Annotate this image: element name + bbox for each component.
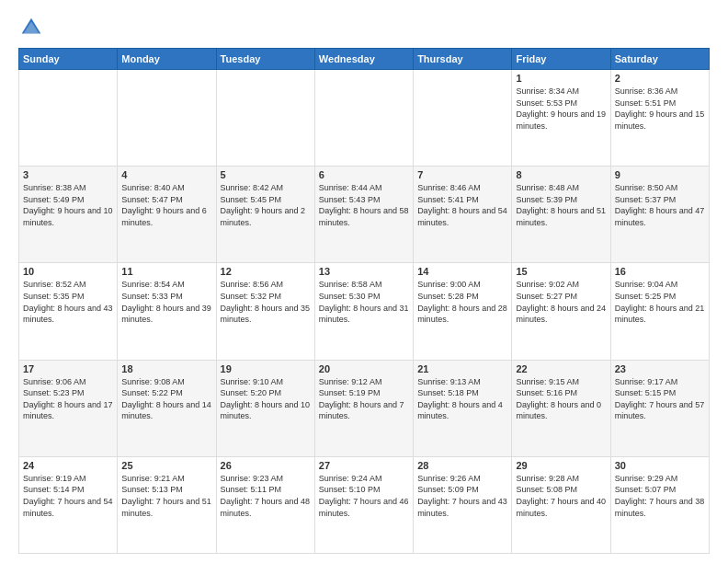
day-content: Sunrise: 8:58 AM Sunset: 5:30 PM Dayligh…: [319, 279, 409, 325]
week-row-2: 3Sunrise: 8:38 AM Sunset: 5:49 PM Daylig…: [19, 167, 710, 263]
day-cell: [19, 70, 118, 167]
day-cell: 17Sunrise: 9:06 AM Sunset: 5:23 PM Dayli…: [19, 360, 118, 456]
day-cell: 10Sunrise: 8:52 AM Sunset: 5:35 PM Dayli…: [19, 263, 118, 360]
day-number: 4: [121, 169, 211, 180]
day-number: 6: [319, 169, 409, 180]
day-cell: 3Sunrise: 8:38 AM Sunset: 5:49 PM Daylig…: [19, 167, 118, 263]
day-number: 7: [417, 169, 507, 180]
day-content: Sunrise: 8:50 AM Sunset: 5:37 PM Dayligh…: [615, 182, 705, 228]
day-content: Sunrise: 9:28 AM Sunset: 5:08 PM Dayligh…: [516, 473, 606, 519]
day-number: 25: [121, 460, 211, 471]
day-cell: 7Sunrise: 8:46 AM Sunset: 5:41 PM Daylig…: [414, 167, 512, 263]
day-number: 27: [319, 460, 409, 471]
day-number: 30: [615, 460, 705, 471]
week-row-1: 1Sunrise: 8:34 AM Sunset: 5:53 PM Daylig…: [19, 70, 710, 167]
page: SundayMondayTuesdayWednesdayThursdayFrid…: [0, 0, 728, 563]
week-row-3: 10Sunrise: 8:52 AM Sunset: 5:35 PM Dayli…: [19, 263, 710, 360]
day-cell: 12Sunrise: 8:56 AM Sunset: 5:32 PM Dayli…: [216, 263, 314, 360]
day-header-thursday: Thursday: [414, 49, 512, 70]
day-cell: 23Sunrise: 9:17 AM Sunset: 5:15 PM Dayli…: [610, 360, 709, 456]
day-number: 14: [417, 266, 507, 277]
day-cell: [216, 70, 314, 167]
day-header-tuesday: Tuesday: [216, 49, 314, 70]
day-content: Sunrise: 8:38 AM Sunset: 5:49 PM Dayligh…: [23, 182, 113, 228]
week-row-4: 17Sunrise: 9:06 AM Sunset: 5:23 PM Dayli…: [19, 360, 710, 456]
day-content: Sunrise: 8:44 AM Sunset: 5:43 PM Dayligh…: [319, 182, 409, 228]
day-cell: 21Sunrise: 9:13 AM Sunset: 5:18 PM Dayli…: [414, 360, 512, 456]
day-cell: 30Sunrise: 9:29 AM Sunset: 5:07 PM Dayli…: [610, 456, 709, 553]
day-content: Sunrise: 9:10 AM Sunset: 5:20 PM Dayligh…: [221, 376, 311, 422]
day-cell: 5Sunrise: 8:42 AM Sunset: 5:45 PM Daylig…: [216, 167, 314, 263]
day-content: Sunrise: 8:36 AM Sunset: 5:51 PM Dayligh…: [615, 86, 705, 132]
day-cell: [314, 70, 413, 167]
day-header-saturday: Saturday: [610, 49, 709, 70]
day-cell: [118, 70, 216, 167]
day-content: Sunrise: 9:02 AM Sunset: 5:27 PM Dayligh…: [516, 279, 606, 325]
logo-icon: [18, 15, 44, 40]
day-cell: 11Sunrise: 8:54 AM Sunset: 5:33 PM Dayli…: [118, 263, 216, 360]
day-header-sunday: Sunday: [19, 49, 118, 70]
day-content: Sunrise: 9:19 AM Sunset: 5:14 PM Dayligh…: [23, 473, 113, 519]
day-number: 8: [516, 169, 606, 180]
day-number: 20: [319, 363, 409, 374]
day-content: Sunrise: 9:06 AM Sunset: 5:23 PM Dayligh…: [23, 376, 113, 422]
day-number: 16: [615, 266, 705, 277]
day-number: 17: [23, 363, 113, 374]
day-number: 11: [121, 266, 211, 277]
calendar-header: SundayMondayTuesdayWednesdayThursdayFrid…: [19, 49, 710, 70]
day-content: Sunrise: 8:40 AM Sunset: 5:47 PM Dayligh…: [121, 182, 211, 228]
day-cell: 28Sunrise: 9:26 AM Sunset: 5:09 PM Dayli…: [414, 456, 512, 553]
day-cell: 2Sunrise: 8:36 AM Sunset: 5:51 PM Daylig…: [610, 70, 709, 167]
day-cell: 4Sunrise: 8:40 AM Sunset: 5:47 PM Daylig…: [118, 167, 216, 263]
day-content: Sunrise: 8:56 AM Sunset: 5:32 PM Dayligh…: [221, 279, 311, 325]
calendar-body: 1Sunrise: 8:34 AM Sunset: 5:53 PM Daylig…: [19, 70, 710, 554]
day-cell: 24Sunrise: 9:19 AM Sunset: 5:14 PM Dayli…: [19, 456, 118, 553]
day-content: Sunrise: 8:48 AM Sunset: 5:39 PM Dayligh…: [516, 182, 606, 228]
day-number: 13: [319, 266, 409, 277]
day-content: Sunrise: 8:34 AM Sunset: 5:53 PM Dayligh…: [516, 86, 606, 132]
day-content: Sunrise: 8:54 AM Sunset: 5:33 PM Dayligh…: [121, 279, 211, 325]
day-number: 2: [615, 73, 705, 84]
day-cell: [414, 70, 512, 167]
day-header-monday: Monday: [118, 49, 216, 70]
day-number: 15: [516, 266, 606, 277]
day-number: 12: [221, 266, 311, 277]
day-number: 5: [221, 169, 311, 180]
day-number: 26: [221, 460, 311, 471]
day-content: Sunrise: 9:00 AM Sunset: 5:28 PM Dayligh…: [417, 279, 507, 325]
day-content: Sunrise: 9:26 AM Sunset: 5:09 PM Dayligh…: [417, 473, 507, 519]
week-row-5: 24Sunrise: 9:19 AM Sunset: 5:14 PM Dayli…: [19, 456, 710, 553]
day-cell: 14Sunrise: 9:00 AM Sunset: 5:28 PM Dayli…: [414, 263, 512, 360]
day-number: 23: [615, 363, 705, 374]
day-cell: 29Sunrise: 9:28 AM Sunset: 5:08 PM Dayli…: [512, 456, 610, 553]
day-content: Sunrise: 9:24 AM Sunset: 5:10 PM Dayligh…: [319, 473, 409, 519]
day-cell: 19Sunrise: 9:10 AM Sunset: 5:20 PM Dayli…: [216, 360, 314, 456]
day-number: 28: [417, 460, 507, 471]
day-cell: 1Sunrise: 8:34 AM Sunset: 5:53 PM Daylig…: [512, 70, 610, 167]
day-cell: 25Sunrise: 9:21 AM Sunset: 5:13 PM Dayli…: [118, 456, 216, 553]
day-header-friday: Friday: [512, 49, 610, 70]
day-content: Sunrise: 9:08 AM Sunset: 5:22 PM Dayligh…: [121, 376, 211, 422]
day-cell: 26Sunrise: 9:23 AM Sunset: 5:11 PM Dayli…: [216, 456, 314, 553]
calendar-table: SundayMondayTuesdayWednesdayThursdayFrid…: [18, 48, 710, 554]
day-cell: 13Sunrise: 8:58 AM Sunset: 5:30 PM Dayli…: [314, 263, 413, 360]
day-number: 19: [221, 363, 311, 374]
header: [18, 15, 710, 40]
day-number: 22: [516, 363, 606, 374]
day-cell: 27Sunrise: 9:24 AM Sunset: 5:10 PM Dayli…: [314, 456, 413, 553]
day-cell: 15Sunrise: 9:02 AM Sunset: 5:27 PM Dayli…: [512, 263, 610, 360]
day-number: 24: [23, 460, 113, 471]
day-content: Sunrise: 9:29 AM Sunset: 5:07 PM Dayligh…: [615, 473, 705, 519]
logo: [18, 15, 48, 40]
day-content: Sunrise: 9:17 AM Sunset: 5:15 PM Dayligh…: [615, 376, 705, 422]
day-header-wednesday: Wednesday: [314, 49, 413, 70]
day-number: 21: [417, 363, 507, 374]
day-cell: 8Sunrise: 8:48 AM Sunset: 5:39 PM Daylig…: [512, 167, 610, 263]
day-number: 1: [516, 73, 606, 84]
day-content: Sunrise: 9:23 AM Sunset: 5:11 PM Dayligh…: [221, 473, 311, 519]
day-content: Sunrise: 9:12 AM Sunset: 5:19 PM Dayligh…: [319, 376, 409, 422]
day-number: 3: [23, 169, 113, 180]
day-number: 9: [615, 169, 705, 180]
day-cell: 6Sunrise: 8:44 AM Sunset: 5:43 PM Daylig…: [314, 167, 413, 263]
day-number: 18: [121, 363, 211, 374]
